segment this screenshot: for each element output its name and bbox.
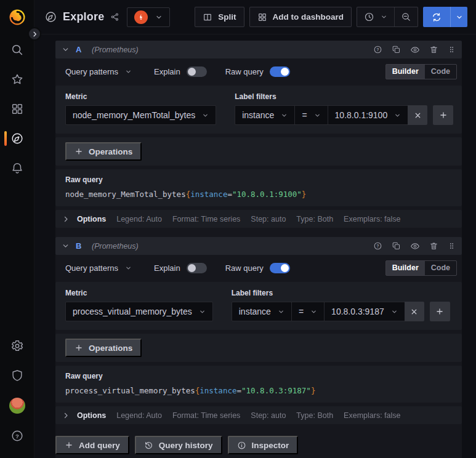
filter-key-value: instance: [239, 307, 271, 316]
add-filter-button[interactable]: [430, 302, 450, 321]
remove-filter-button[interactable]: [408, 105, 427, 125]
plus-icon: [75, 147, 83, 156]
remove-filter-button[interactable]: [405, 302, 424, 321]
explain-label: Explain: [154, 263, 180, 273]
drag-handle-icon[interactable]: [448, 45, 456, 54]
filter-value-select[interactable]: 10.8.0.1:9100: [328, 105, 409, 125]
collapse-chevron-icon[interactable]: [62, 242, 70, 250]
plus-icon: [75, 344, 83, 352]
promql-metric: node_memory_MemTotal_bytes: [65, 190, 186, 199]
explore-content: A (Prometheus) ? Query patterns Explai: [34, 34, 476, 458]
hide-eye-icon[interactable]: [410, 45, 420, 55]
alerting-icon[interactable]: [10, 161, 25, 175]
metric-select[interactable]: process_virtual_memory_bytes: [65, 302, 213, 321]
duplicate-copy-icon[interactable]: [392, 45, 401, 54]
explain-toggle-group: Explain: [154, 66, 207, 77]
operations-label: Operations: [89, 147, 132, 156]
admin-shield-icon[interactable]: [10, 368, 25, 383]
promql-equals: =: [227, 190, 232, 199]
query-header-a[interactable]: A (Prometheus) ?: [55, 41, 462, 58]
time-range-controls: [357, 7, 418, 27]
query-options-toolbar-a: Query patterns Explain Raw query Builder…: [65, 63, 457, 80]
remove-trash-icon[interactable]: [429, 241, 438, 251]
filter-operator-select[interactable]: =: [291, 302, 325, 321]
options-title: Options: [77, 411, 106, 420]
settings-gear-icon[interactable]: [10, 339, 25, 353]
metric-value: node_memory_MemTotal_bytes: [73, 110, 195, 120]
chevron-down-icon[interactable]: [451, 7, 467, 27]
builder-tab[interactable]: Builder: [386, 261, 425, 275]
starred-icon[interactable]: [10, 72, 25, 87]
chevron-down-icon: [125, 265, 132, 271]
user-avatar[interactable]: [9, 398, 25, 414]
query-footer-actions: Add query Query history Inspector: [55, 436, 462, 454]
filter-operator-select[interactable]: =: [294, 105, 328, 125]
raw-query-toggle[interactable]: [270, 263, 290, 273]
duplicate-copy-icon[interactable]: [392, 241, 401, 251]
query-history-button[interactable]: Query history: [135, 436, 222, 454]
help-icon[interactable]: ?: [10, 428, 25, 443]
add-operations-button[interactable]: Operations: [65, 339, 142, 357]
add-operations-button[interactable]: Operations: [65, 142, 142, 161]
promql-close-brace: }: [302, 190, 307, 199]
grafana-logo-icon[interactable]: [8, 8, 26, 26]
chevron-down-icon: [281, 112, 288, 119]
inspector-button[interactable]: Inspector: [228, 436, 299, 454]
label-filters-field: Label filters instance =: [232, 289, 450, 321]
query-header-b[interactable]: B (Prometheus) ?: [55, 237, 462, 255]
metric-field: Metric node_memory_MemTotal_bytes: [65, 92, 216, 125]
raw-query-toggle-group: Raw query: [225, 66, 290, 77]
options-row-a[interactable]: Options Legend: Auto Format: Time series…: [55, 210, 462, 228]
add-to-dashboard-button[interactable]: Add to dashboard: [249, 7, 352, 27]
raw-query-label: Raw query: [225, 263, 264, 273]
explain-toggle[interactable]: [187, 66, 207, 77]
builder-tab[interactable]: Builder: [386, 65, 425, 79]
metric-select[interactable]: node_memory_MemTotal_bytes: [65, 105, 216, 125]
zoom-out-button[interactable]: [394, 7, 418, 26]
query-ref-id: A: [76, 45, 92, 54]
label-filter-group: instance = 10.8.0.3:9187: [232, 302, 424, 321]
remove-trash-icon[interactable]: [429, 45, 438, 54]
share-link-icon[interactable]: [110, 12, 119, 22]
sidebar-expand-button[interactable]: [28, 27, 41, 41]
query-patterns-button[interactable]: Query patterns: [65, 67, 132, 76]
search-icon[interactable]: [10, 42, 25, 57]
split-button[interactable]: Split: [195, 7, 244, 27]
explore-icon[interactable]: [10, 131, 25, 146]
add-filter-button[interactable]: [433, 105, 453, 125]
chevron-down-icon: [199, 308, 206, 315]
add-query-button[interactable]: Add query: [55, 436, 129, 454]
run-query-button[interactable]: [423, 7, 467, 27]
options-title: Options: [77, 215, 106, 223]
code-tab[interactable]: Code: [425, 261, 456, 275]
label-filter-group: instance = 10.8.0.1:9100: [235, 105, 427, 125]
raw-query-toggle[interactable]: [270, 66, 290, 77]
raw-query-title: Raw query: [65, 372, 452, 380]
query-datasource-name: (Prometheus): [92, 46, 139, 54]
filter-value-select[interactable]: 10.8.0.3:9187: [324, 302, 405, 321]
chevron-down-icon: [155, 14, 163, 21]
drag-handle-icon[interactable]: [448, 241, 456, 251]
dashboards-icon[interactable]: [10, 102, 25, 116]
filter-key-select[interactable]: instance: [232, 302, 292, 321]
collapse-chevron-icon[interactable]: [62, 46, 70, 54]
promql-close-brace: }: [311, 386, 316, 395]
toolbar-actions: Split Add to dashboard: [195, 7, 467, 27]
code-tab[interactable]: Code: [425, 65, 456, 79]
chevron-down-icon: [394, 112, 401, 119]
datasource-picker[interactable]: [127, 7, 170, 27]
help-circle-icon[interactable]: ?: [373, 45, 382, 54]
query-history-label: Query history: [159, 441, 213, 450]
builder-code-switch: Builder Code: [385, 260, 457, 276]
explain-toggle[interactable]: [187, 263, 207, 273]
help-circle-icon[interactable]: ?: [373, 241, 382, 251]
query-patterns-button[interactable]: Query patterns: [65, 263, 132, 273]
time-picker-button[interactable]: [357, 7, 394, 26]
builder-code-switch: Builder Code: [385, 64, 457, 79]
filter-key-select[interactable]: instance: [235, 105, 295, 125]
filter-operator-value: =: [302, 110, 307, 120]
options-row-b[interactable]: Options Legend: Auto Format: Time series…: [55, 406, 462, 424]
query-datasource-name: (Prometheus): [92, 242, 139, 251]
hide-eye-icon[interactable]: [410, 241, 420, 251]
prometheus-icon: [134, 10, 148, 24]
